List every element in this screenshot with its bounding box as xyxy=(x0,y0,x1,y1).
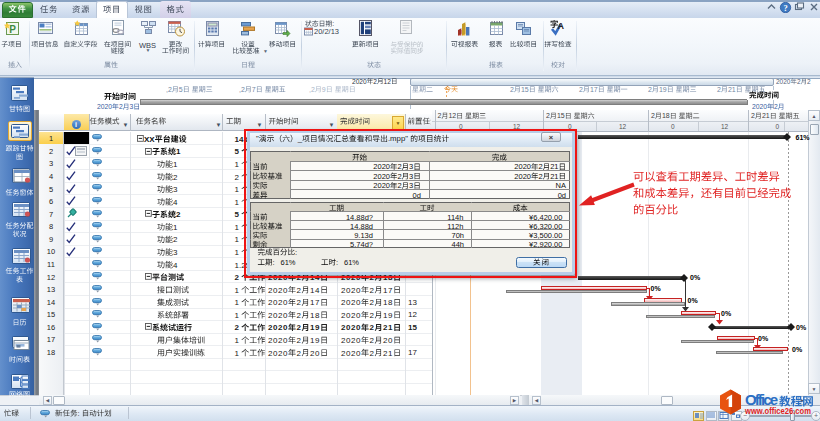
svg-text:www.office26.com: www.office26.com xyxy=(744,405,811,416)
